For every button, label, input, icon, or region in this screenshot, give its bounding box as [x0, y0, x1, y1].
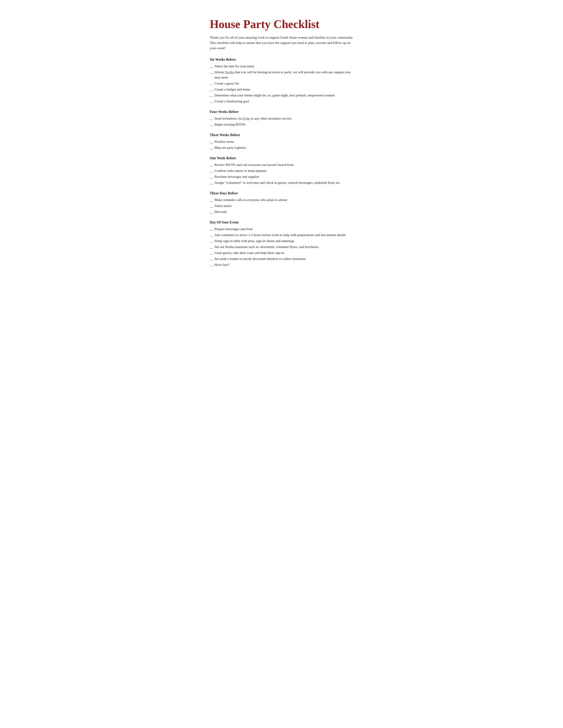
narika-link[interactable]: Narika: [225, 70, 234, 74]
list-item: __ Have fun!!: [210, 262, 353, 267]
checkbox: __: [210, 139, 213, 144]
item-text: Assign “volunteers” to welcome and check…: [214, 180, 341, 185]
item-text: Make reminder calls to everyone who plan…: [214, 197, 287, 203]
checkbox: __: [210, 174, 213, 179]
checkbox: __: [210, 168, 213, 173]
list-item: __ Inform Narika that you will be hostin…: [210, 69, 353, 80]
section-heading-three-days: Three Days Before: [210, 191, 353, 196]
intro-paragraph: Thank you for all of your amazing work t…: [210, 35, 353, 51]
list-item: __ Ask volunteers to arrive 1-2 hours be…: [210, 232, 353, 238]
item-text: Select the date for your party: [214, 64, 254, 69]
list-item: __ Purchase beverages and supplies: [210, 174, 353, 179]
list-item: __ Confirm with caterer or menu planner: [210, 168, 353, 173]
item-text: Purchase beverages and supplies: [214, 174, 259, 179]
item-text: Select music: [214, 203, 232, 208]
list-item: __ Select the date for your party: [210, 64, 353, 69]
evite-link[interactable]: Evite: [242, 116, 251, 120]
item-text: Begin tracking RSVPs: [214, 122, 245, 127]
item-text: Have fun!!: [214, 262, 229, 267]
list-item: __ Assign “volunteers” to welcome and ch…: [210, 180, 353, 185]
list-item: __ Finalize menu: [210, 139, 353, 144]
list-item: __ Decorate: [210, 209, 353, 214]
checkbox: __: [210, 93, 213, 98]
section-heading-one-week: One Week Before: [210, 156, 353, 161]
item-text: Map out party logistics: [214, 145, 246, 150]
checkbox: __: [210, 238, 213, 244]
checkbox: __: [210, 203, 213, 208]
list-item: __ Select music: [210, 203, 353, 208]
item-text: Prepare beverages and food: [214, 226, 252, 232]
item-text: Finalize menu: [214, 139, 234, 144]
section-heading-four-weeks: Four Weeks Before: [210, 109, 353, 114]
list-item: __ Setup sign-in table with pens, sign-i…: [210, 238, 353, 244]
list-item: __ Greet guests, take their coats and he…: [210, 250, 353, 255]
item-text: Set aside a basket or nicely decorated s…: [214, 256, 306, 261]
checkbox: __: [210, 250, 213, 255]
section-one-week: One Week Before __ Review RSVPs and call…: [210, 156, 353, 185]
checkbox: __: [210, 145, 213, 150]
checkbox: __: [210, 180, 213, 185]
item-text: Setup sign-in table with pens, sign-in s…: [214, 238, 294, 244]
checkbox: __: [210, 162, 213, 167]
list-item: __ Create a budget and menu: [210, 87, 353, 92]
item-text: Set out Narika materials such as: newsle…: [214, 244, 319, 250]
checkbox: __: [210, 81, 213, 86]
list-item: __ Send invitations via Evite or any oth…: [210, 116, 353, 121]
list-item: __ Prepare beverages and food: [210, 226, 353, 232]
list-item: __ Begin tracking RSVPs: [210, 122, 353, 127]
list-item: __ Determine what your theme might be, e…: [210, 93, 353, 98]
checkbox: __: [210, 99, 213, 104]
item-text: Create a budget and menu: [214, 87, 250, 92]
checkbox: __: [210, 87, 213, 92]
checkbox: __: [210, 116, 213, 121]
item-text: Determine what your theme might be, ex: …: [214, 93, 335, 98]
list-item: __ Create a fundraising goal: [210, 99, 353, 104]
list-item: __ Review RSVPs and call everyone you ha…: [210, 162, 353, 167]
section-heading-three-weeks: Three Weeks Before: [210, 132, 353, 138]
list-item: __ Map out party logistics: [210, 145, 353, 150]
item-text: Inform Narika that you will be hosting a…: [214, 69, 354, 80]
list-item: __ Create a guest list: [210, 81, 353, 86]
checkbox: __: [210, 256, 213, 261]
item-text: Send invitations via Evite or any other …: [214, 116, 292, 121]
checkbox: __: [210, 69, 213, 75]
section-heading-day-of: Day Of Your Event: [210, 220, 353, 225]
section-heading-six-weeks: Six Weeks Before: [210, 57, 353, 62]
item-text: Greet guests, take their coats and help …: [214, 250, 285, 255]
section-three-weeks: Three Weeks Before __ Finalize menu __ M…: [210, 132, 353, 150]
item-text: Ask volunteers to arrive 1-2 hours befor…: [214, 232, 346, 238]
section-six-weeks: Six Weeks Before __ Select the date for …: [210, 57, 353, 104]
checkbox: __: [210, 64, 213, 69]
section-three-days: Three Days Before __ Make reminder calls…: [210, 191, 353, 214]
checkbox: __: [210, 226, 213, 232]
item-text: Create a fundraising goal: [214, 99, 249, 104]
item-text: Confirm with caterer or menu planner: [214, 168, 266, 173]
item-text: Create a guest list: [214, 81, 239, 86]
item-text: Review RSVPs and call everyone you haven…: [214, 162, 294, 167]
list-item: __ Set aside a basket or nicely decorate…: [210, 256, 353, 261]
checkbox: __: [210, 232, 213, 238]
checkbox: __: [210, 197, 213, 203]
checkbox: __: [210, 262, 213, 267]
list-item: __ Make reminder calls to everyone who p…: [210, 197, 353, 203]
item-text: Decorate: [214, 209, 227, 214]
checkbox: __: [210, 244, 213, 250]
checkbox: __: [210, 122, 213, 127]
section-four-weeks: Four Weeks Before __ Send invitations vi…: [210, 109, 353, 127]
list-item: __ Set out Narika materials such as: new…: [210, 244, 353, 250]
section-day-of: Day Of Your Event __ Prepare beverages a…: [210, 220, 353, 267]
page-title: House Party Checklist: [210, 18, 353, 31]
checkbox: __: [210, 209, 213, 214]
